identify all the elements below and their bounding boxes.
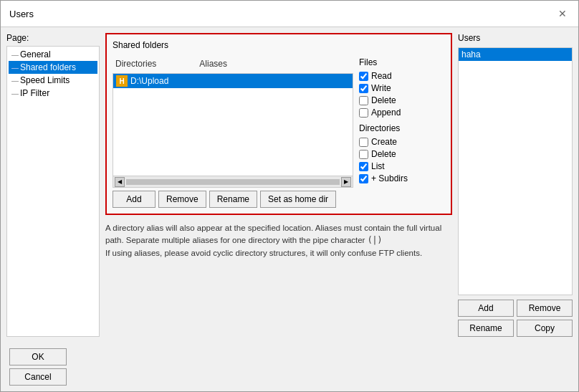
right-btn-row-top: Add Remove xyxy=(458,300,573,317)
files-append-checkbox[interactable] xyxy=(359,108,368,118)
files-check-group: Files Read Write Delete xyxy=(359,57,445,118)
right-buttons: Add Remove Rename Copy xyxy=(458,300,573,337)
page-label: Page: xyxy=(6,33,100,43)
users-list-box: haha xyxy=(458,47,573,295)
user-name: haha xyxy=(461,49,481,59)
sidebar-item-shared-folders[interactable]: — Shared folders xyxy=(9,61,97,74)
right-panel: Users haha Add Remove Rename Copy xyxy=(458,33,573,337)
files-group-label: Files xyxy=(359,57,445,67)
dir-scrollbar: ◀ ▶ xyxy=(113,176,353,187)
files-delete-label: Delete xyxy=(371,95,396,105)
files-write-checkbox[interactable] xyxy=(359,84,368,93)
dir-buttons: Add Remove Rename Set as home dir xyxy=(113,191,353,208)
dash-icon: — xyxy=(11,51,19,59)
dash-icon: — xyxy=(11,64,19,72)
files-write-check[interactable]: Write xyxy=(359,83,445,93)
dirs-list-checkbox[interactable] xyxy=(359,162,368,171)
dir-list-header: Directories Aliases xyxy=(113,57,353,70)
title-bar: Users ✕ xyxy=(1,1,578,27)
shared-folders-title: Shared folders xyxy=(113,40,445,50)
shared-folders-panel: Shared folders Directories Aliases H D:\… xyxy=(105,33,452,215)
cancel-button[interactable]: Cancel xyxy=(9,368,67,386)
users-remove-button[interactable]: Remove xyxy=(517,300,573,317)
dirs-group-label: Directories xyxy=(359,123,445,133)
files-dirs-section: Files Read Write Delete xyxy=(359,57,445,208)
files-read-label: Read xyxy=(371,71,392,81)
pipe-char: (|) xyxy=(368,235,383,245)
dirs-check-group: Directories Create Delete xyxy=(359,123,445,183)
dir-list-empty xyxy=(113,88,353,176)
sidebar-item-speed-limits[interactable]: — Speed Limits xyxy=(9,74,97,87)
nav-label-shared-folders: Shared folders xyxy=(20,62,76,72)
nav-label-ip-filter: IP Filter xyxy=(20,88,49,98)
dirs-create-label: Create xyxy=(371,137,397,147)
dir-icon: H xyxy=(116,75,128,87)
scrollbar-left-btn[interactable]: ◀ xyxy=(115,177,125,187)
directories-col-header: Directories xyxy=(115,59,156,69)
users-rename-button[interactable]: Rename xyxy=(458,320,514,337)
nav-label-general: General xyxy=(20,49,51,59)
files-write-label: Write xyxy=(371,83,391,93)
close-button[interactable]: ✕ xyxy=(555,6,570,21)
dirs-list-label: List xyxy=(371,161,385,171)
files-delete-check[interactable]: Delete xyxy=(359,95,445,105)
dirs-delete-check[interactable]: Delete xyxy=(359,149,445,159)
shared-folders-inner: Directories Aliases H D:\Upload ◀ xyxy=(113,57,445,208)
dirs-subdirs-checkbox[interactable] xyxy=(359,174,368,183)
dir-path: D:\Upload xyxy=(130,76,168,86)
left-panel: Page: — General — Shared folders — Speed… xyxy=(6,33,100,337)
bottom-buttons: OK Cancel xyxy=(1,343,578,391)
dirs-create-checkbox[interactable] xyxy=(359,138,368,147)
main-content: Shared folders Directories Aliases H D:\… xyxy=(105,33,452,337)
sidebar-item-ip-filter[interactable]: — IP Filter xyxy=(9,87,97,100)
dir-list-box: H D:\Upload ◀ ▶ xyxy=(113,73,353,188)
dirs-list-check[interactable]: List xyxy=(359,161,445,171)
dir-rename-button[interactable]: Rename xyxy=(209,191,257,208)
dir-remove-button[interactable]: Remove xyxy=(158,191,206,208)
dirs-subdirs-label: + Subdirs xyxy=(371,173,408,183)
right-btn-row-bottom: Rename Copy xyxy=(458,320,573,337)
dash-icon: — xyxy=(11,77,19,85)
dialog-title: Users xyxy=(9,9,34,19)
ok-button[interactable]: OK xyxy=(9,348,67,365)
users-copy-button[interactable]: Copy xyxy=(517,320,573,337)
files-delete-checkbox[interactable] xyxy=(359,96,368,105)
users-panel-label: Users xyxy=(458,33,573,43)
scrollbar-track[interactable] xyxy=(126,179,340,185)
files-read-check[interactable]: Read xyxy=(359,71,445,81)
description-line1: A directory alias will also appear at th… xyxy=(105,222,452,234)
dir-set-home-button[interactable]: Set as home dir xyxy=(260,191,336,208)
dirs-delete-label: Delete xyxy=(371,149,396,159)
dirs-delete-checkbox[interactable] xyxy=(359,150,368,159)
dirs-subdirs-check[interactable]: + Subdirs xyxy=(359,173,445,183)
dash-icon: — xyxy=(11,90,19,97)
user-row[interactable]: haha xyxy=(459,48,572,61)
users-dialog: Users ✕ Page: — General — Shared folders… xyxy=(0,0,579,392)
description-line3: If using aliases, please avoid cyclic di… xyxy=(105,247,452,259)
users-add-button[interactable]: Add xyxy=(458,300,514,317)
files-append-check[interactable]: Append xyxy=(359,107,445,118)
dir-add-button[interactable]: Add xyxy=(113,191,155,208)
nav-tree: — General — Shared folders — Speed Limit… xyxy=(6,46,100,337)
files-append-label: Append xyxy=(371,107,401,118)
scrollbar-right-btn[interactable]: ▶ xyxy=(341,177,351,187)
sidebar-item-general[interactable]: — General xyxy=(9,48,97,61)
nav-label-speed-limits: Speed Limits xyxy=(20,75,70,85)
dialog-body: Page: — General — Shared folders — Speed… xyxy=(1,27,578,343)
dir-list-section: Directories Aliases H D:\Upload ◀ xyxy=(113,57,353,208)
aliases-col-header: Aliases xyxy=(199,59,227,69)
files-read-checkbox[interactable] xyxy=(359,72,368,81)
description: A directory alias will also appear at th… xyxy=(105,219,452,262)
dirs-create-check[interactable]: Create xyxy=(359,137,445,147)
dir-row[interactable]: H D:\Upload xyxy=(113,74,353,88)
description-line2: path. Separate multiple aliases for one … xyxy=(105,234,452,247)
